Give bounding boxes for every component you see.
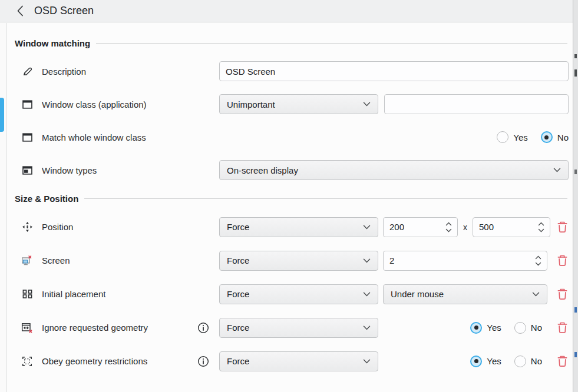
background-window-fragment bbox=[574, 54, 577, 58]
match-whole-radio-group: Yes No bbox=[497, 131, 569, 143]
radio-yes[interactable]: Yes bbox=[497, 131, 527, 143]
pencil-icon bbox=[21, 65, 33, 77]
section-window-matching: Window matching bbox=[15, 31, 569, 55]
window-types-label: Window types bbox=[42, 165, 97, 175]
delete-property-button[interactable] bbox=[556, 354, 569, 368]
delete-property-button[interactable] bbox=[556, 254, 569, 267]
chevron-down-icon bbox=[532, 292, 540, 297]
position-mode-combobox[interactable]: Force bbox=[219, 217, 378, 237]
row-match-whole-window-class: Match whole window class Yes No bbox=[15, 121, 569, 154]
move-arrows-icon bbox=[21, 221, 33, 233]
chevron-down-icon bbox=[363, 359, 371, 364]
radio-yes[interactable]: Yes bbox=[470, 322, 501, 334]
combobox-value: On-screen display bbox=[227, 165, 553, 175]
window-class-label: Window class (application) bbox=[42, 99, 147, 109]
chevron-down-icon bbox=[363, 325, 371, 330]
ignore-geometry-label: Ignore requested geometry bbox=[42, 323, 148, 333]
placement-grid-icon bbox=[21, 288, 33, 300]
radio-button-checked[interactable] bbox=[470, 356, 482, 367]
section-divider bbox=[84, 198, 567, 199]
screen-mode-combobox[interactable]: Force bbox=[219, 251, 378, 271]
spinbox-arrows[interactable] bbox=[445, 222, 452, 232]
window-class-value-input[interactable] bbox=[384, 94, 569, 114]
delete-property-button[interactable] bbox=[556, 220, 569, 234]
combobox-value: Force bbox=[227, 222, 363, 232]
description-input[interactable] bbox=[219, 61, 569, 81]
radio-no[interactable]: No bbox=[541, 131, 569, 143]
dimension-separator: x bbox=[463, 222, 467, 232]
background-window-fragment bbox=[574, 352, 577, 357]
screen-with-red-x-icon bbox=[21, 255, 33, 267]
row-position: Position Force x bbox=[15, 210, 569, 244]
window-geometry-x-icon bbox=[21, 322, 33, 334]
spin-down-icon bbox=[538, 228, 544, 232]
delete-property-button[interactable] bbox=[556, 321, 569, 334]
trash-icon bbox=[556, 354, 569, 368]
delete-property-button[interactable] bbox=[556, 287, 569, 301]
ignore-geometry-mode-combobox[interactable]: Force bbox=[219, 318, 378, 338]
match-whole-label: Match whole window class bbox=[42, 132, 146, 142]
chevron-left-icon bbox=[16, 5, 24, 16]
radio-no[interactable]: No bbox=[514, 356, 542, 367]
background-window-fragment bbox=[574, 307, 577, 313]
radio-label: No bbox=[557, 132, 569, 142]
radio-button-checked[interactable] bbox=[470, 322, 482, 334]
selection-corners-icon bbox=[21, 356, 33, 367]
position-label: Position bbox=[42, 222, 73, 232]
combobox-value: Force bbox=[227, 356, 363, 366]
window-types-icon bbox=[21, 164, 33, 176]
spin-up-icon bbox=[535, 255, 541, 260]
info-icon[interactable] bbox=[197, 321, 210, 334]
radio-label: Yes bbox=[487, 323, 501, 333]
spin-up-icon bbox=[538, 222, 544, 226]
left-gutter bbox=[0, 23, 6, 392]
obey-geometry-label: Obey geometry restrictions bbox=[42, 356, 147, 366]
back-button[interactable] bbox=[16, 5, 24, 16]
combobox-value: Force bbox=[227, 255, 363, 265]
chevron-down-icon bbox=[363, 292, 371, 297]
screen-number-value[interactable] bbox=[389, 255, 531, 265]
chevron-down-icon bbox=[363, 258, 371, 263]
background-window-fragment bbox=[574, 170, 577, 174]
radio-yes[interactable]: Yes bbox=[470, 356, 501, 367]
chevron-down-icon bbox=[553, 168, 561, 172]
initial-placement-value-combobox[interactable]: Under mouse bbox=[383, 284, 547, 304]
trash-icon bbox=[556, 220, 569, 234]
position-x-value[interactable] bbox=[389, 222, 442, 232]
section-title: Window matching bbox=[15, 38, 90, 48]
initial-placement-label: Initial placement bbox=[42, 289, 105, 299]
obey-geometry-radio-group: Yes No bbox=[470, 356, 542, 367]
spinbox-arrows[interactable] bbox=[535, 255, 541, 266]
radio-button-checked[interactable] bbox=[541, 131, 553, 143]
trash-icon bbox=[556, 287, 569, 301]
radio-label: Yes bbox=[487, 356, 501, 366]
position-y-value[interactable] bbox=[479, 222, 534, 232]
combobox-value: Under mouse bbox=[391, 289, 532, 299]
chevron-down-icon bbox=[363, 225, 371, 230]
radio-button-unchecked[interactable] bbox=[514, 356, 526, 367]
window-icon bbox=[21, 131, 33, 143]
spinbox-arrows[interactable] bbox=[538, 222, 544, 232]
radio-no[interactable]: No bbox=[514, 322, 542, 334]
row-window-class: Window class (application) Unimportant bbox=[15, 88, 569, 121]
radio-button-unchecked[interactable] bbox=[514, 322, 526, 334]
radio-label: No bbox=[531, 323, 542, 333]
screen-number-spinbox[interactable] bbox=[383, 251, 547, 271]
combobox-value: Unimportant bbox=[227, 99, 363, 109]
rule-editor-panel: Window matching Description Window class… bbox=[6, 23, 573, 392]
scrollbar-handle[interactable] bbox=[0, 98, 4, 132]
initial-placement-mode-combobox[interactable]: Force bbox=[219, 284, 378, 304]
page-title: OSD Screen bbox=[34, 5, 94, 17]
window-class-match-mode-combobox[interactable]: Unimportant bbox=[219, 94, 378, 114]
radio-button-unchecked[interactable] bbox=[497, 131, 508, 143]
position-y-spinbox[interactable] bbox=[473, 217, 550, 237]
window-icon bbox=[21, 98, 33, 110]
description-label: Description bbox=[42, 67, 86, 77]
row-window-types: Window types On-screen display bbox=[15, 154, 569, 187]
ignore-geometry-radio-group: Yes No bbox=[470, 322, 542, 334]
position-x-spinbox[interactable] bbox=[383, 217, 458, 237]
info-icon[interactable] bbox=[197, 355, 210, 368]
window-types-combobox[interactable]: On-screen display bbox=[219, 160, 569, 180]
header-bar: OSD Screen bbox=[0, 0, 573, 22]
obey-geometry-mode-combobox[interactable]: Force bbox=[219, 351, 378, 371]
